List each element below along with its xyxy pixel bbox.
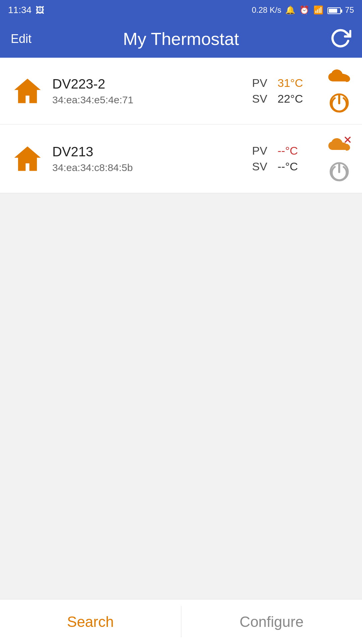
signal-icon: 📶 [313, 5, 323, 15]
edit-button[interactable]: Edit [11, 32, 38, 46]
cloud-connected-icon [327, 67, 351, 86]
sv-label: SV [252, 92, 272, 105]
screenshot-icon: 🖼 [36, 5, 44, 15]
sv-value: 22°C [278, 92, 303, 105]
house-icon [12, 144, 43, 174]
device-actions [327, 134, 351, 183]
search-tab[interactable]: Search [0, 599, 181, 644]
battery-percent: 75 [345, 5, 354, 15]
configure-label: Configure [240, 613, 304, 630]
pv-row: PV --°C [252, 144, 298, 157]
device-name: DV213 [52, 144, 244, 159]
device-mac: 34:ea:34:c8:84:5b [52, 162, 244, 173]
search-label: Search [67, 613, 114, 630]
device-item[interactable]: DV223-2 34:ea:34:e5:4e:71 PV 31°C SV 22°… [0, 58, 362, 124]
sv-label: SV [252, 160, 272, 173]
pv-row: PV 31°C [252, 76, 303, 90]
toolbar: Edit My Thermostat [0, 20, 362, 58]
house-icon [12, 76, 43, 106]
cloud-disconnected-button[interactable] [327, 134, 351, 156]
sv-row: SV --°C [252, 160, 298, 173]
mute-icon: 🔔 [285, 5, 295, 15]
configure-tab[interactable]: Configure [181, 599, 362, 644]
pv-value: 31°C [278, 76, 303, 90]
status-bar: 11:34 🖼 0.28 K/s 🔔 ⏰ 📶 75 [0, 0, 362, 20]
pv-value: --°C [278, 144, 298, 157]
bottom-navigation: Search Configure [0, 599, 362, 644]
pv-label: PV [252, 76, 272, 90]
pv-label: PV [252, 144, 272, 157]
device-temperatures: PV --°C SV --°C [252, 144, 319, 173]
alarm-icon: ⏰ [299, 5, 309, 15]
refresh-icon [330, 28, 351, 49]
time-display: 11:34 [8, 5, 32, 15]
sv-value: --°C [278, 160, 298, 173]
power-off-icon [329, 161, 350, 182]
device-item[interactable]: DV213 34:ea:34:c8:84:5b PV --°C SV --°C [0, 124, 362, 193]
device-name: DV223-2 [52, 76, 244, 92]
battery-icon [327, 5, 341, 15]
empty-content-area [0, 193, 362, 602]
page-title: My Thermostat [38, 29, 324, 49]
cloud-connected-button[interactable] [327, 67, 351, 87]
power-on-icon [329, 93, 350, 113]
cloud-disconnected-icon [327, 134, 351, 155]
network-speed: 0.28 K/s [252, 5, 281, 15]
device-home-icon-wrap [11, 142, 44, 175]
refresh-button[interactable] [324, 28, 351, 50]
device-mac: 34:ea:34:e5:4e:71 [52, 94, 244, 106]
power-off-button[interactable] [329, 161, 350, 183]
device-list: DV223-2 34:ea:34:e5:4e:71 PV 31°C SV 22°… [0, 58, 362, 193]
device-info: DV223-2 34:ea:34:e5:4e:71 [44, 76, 252, 106]
device-actions [327, 67, 351, 115]
power-button[interactable] [329, 93, 350, 115]
device-temperatures: PV 31°C SV 22°C [252, 76, 319, 105]
sv-row: SV 22°C [252, 92, 303, 105]
device-info: DV213 34:ea:34:c8:84:5b [44, 144, 252, 173]
device-home-icon-wrap [11, 74, 44, 108]
